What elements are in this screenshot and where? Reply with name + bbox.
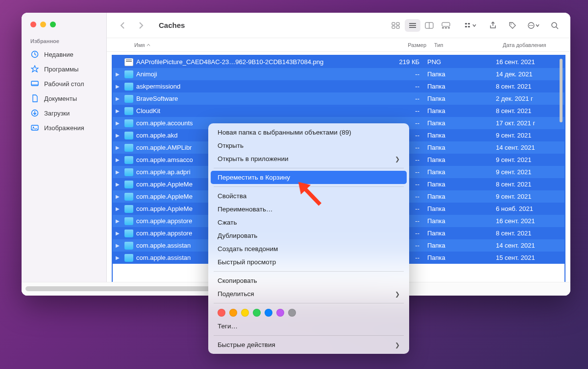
tag-color[interactable] [265,309,272,317]
search-button[interactable] [547,19,563,32]
svg-rect-17 [445,27,447,28]
tag-color[interactable] [288,309,296,317]
chevron-right-icon: ▶ [116,231,122,236]
menu-item[interactable]: Дублировать [211,229,407,242]
tags-button[interactable] [505,19,520,32]
file-name: askpermissiond [136,83,180,90]
file-date: 14 дек. 2021 [496,70,564,78]
file-type: Папка [427,168,496,176]
file-row[interactable]: AAProfilePicture_CAED48AC-23…962-9B10-2C… [113,56,564,68]
svg-rect-8 [392,26,395,28]
col-name[interactable]: Имя [107,42,376,48]
file-row[interactable]: ▶BraveSoftware -- Папка 2 дек. 2021 г [113,92,564,105]
file-date: 8 сент. 2021 [496,107,564,115]
forward-button[interactable] [133,19,149,32]
sidebar-item-desktop[interactable]: Рабочий стол [22,76,106,91]
sidebar-item-clock[interactable]: Недавние [22,47,106,62]
svg-rect-22 [468,26,470,27]
tag-color[interactable] [218,309,225,317]
share-button[interactable] [485,19,501,32]
menu-item[interactable]: Сжать [211,216,407,229]
vertical-scrollbar[interactable] [559,56,564,290]
sidebar-item-download[interactable]: Загрузки [22,106,106,120]
folder-icon [124,217,133,225]
download-icon [30,109,39,117]
folder-icon [124,156,133,164]
menu-item[interactable]: Скопировать [211,274,407,287]
menu-item[interactable]: Быстрые действия❯ [211,338,407,351]
svg-point-25 [529,25,530,26]
file-type: Папка [427,193,496,200]
menu-item-label: Создать псевдоним [218,245,278,253]
chevron-right-icon: ▶ [116,133,122,138]
folder-icon [124,83,133,91]
file-name: com.apple.amsacco [136,156,193,163]
view-list[interactable] [405,19,420,32]
menu-item[interactable]: Новая папка с выбранными объектами (89) [211,126,407,139]
file-type: Папка [427,217,496,225]
svg-point-26 [531,25,532,26]
sidebar-item-apps[interactable]: Программы [22,62,106,76]
file-date: 6 нояб. 2021 [496,205,564,212]
chevron-right-icon: ▶ [116,120,122,126]
tag-color[interactable] [241,309,249,317]
clock-icon [30,50,39,59]
menu-item[interactable]: Быстрый просмотр [211,255,407,269]
group-menu[interactable] [461,19,481,32]
chevron-right-icon: ❯ [395,342,400,348]
folder-icon [124,205,133,213]
folder-icon [124,132,133,139]
menu-item-label: Переместить в Корзину [218,174,290,181]
view-columns[interactable] [421,19,437,32]
file-type: Папка [427,83,496,90]
file-icon [124,58,133,66]
file-date: 9 сент. 2021 [496,168,564,176]
menu-item[interactable]: Открыть в приложении❯ [211,152,407,165]
chevron-right-icon: ❯ [395,291,400,298]
menu-item[interactable]: Создать псевдоним [211,242,407,255]
sidebar-item-label: Рабочий стол [44,80,84,88]
sidebar-item-image[interactable]: Изображения [22,120,106,135]
file-row[interactable]: ▶CloudKit -- Папка 8 сент. 2021 [113,105,564,117]
svg-rect-7 [396,23,399,25]
view-gallery[interactable] [438,19,454,32]
menu-item-label: Быстрый просмотр [218,258,276,266]
action-menu[interactable] [524,19,543,32]
view-icons[interactable] [388,19,404,32]
fullscreen-button[interactable] [50,22,56,27]
menu-item[interactable]: Переместить в Корзину [211,171,407,184]
file-row[interactable]: ▶askpermissiond -- Папка 8 сент. 2021 [113,80,564,92]
back-button[interactable] [115,19,130,32]
close-button[interactable] [30,22,36,27]
toolbar: Caches [107,13,570,38]
col-type[interactable]: Тип [430,42,499,48]
context-menu: Новая папка с выбранными объектами (89)О… [208,123,409,354]
col-date[interactable]: Дата добавления [499,42,570,48]
folder-icon [124,254,133,262]
svg-point-27 [532,25,533,26]
file-date: 2 дек. 2021 г [496,95,564,102]
file-row[interactable]: ▶Animoji -- Папка 14 дек. 2021 [113,68,564,80]
sidebar-item-doc[interactable]: Документы [22,91,106,106]
file-name: AAProfilePicture_CAED48AC-23…962-9B10-2C… [136,58,323,66]
menu-item[interactable]: Теги… [211,320,407,333]
col-size[interactable]: Размер [376,42,430,48]
file-date: 9 сент. 2021 [496,132,564,139]
chevron-right-icon: ▶ [116,255,122,260]
chevron-right-icon: ▶ [116,108,122,114]
sidebar-item-label: Программы [44,66,78,73]
tag-color[interactable] [253,309,261,317]
menu-item[interactable]: Переименовать… [211,203,407,216]
sidebar-item-label: Изображения [44,124,84,132]
menu-item[interactable]: Открыть [211,139,407,152]
menu-item[interactable]: Поделиться❯ [211,287,407,300]
tag-color[interactable] [229,309,237,317]
file-type: Папка [427,230,496,237]
file-name: CloudKit [136,107,160,115]
doc-icon [30,94,39,103]
tag-color[interactable] [276,309,284,317]
file-name: BraveSoftware [136,95,178,102]
desktop-icon [30,79,39,88]
file-size: -- [373,95,427,102]
minimize-button[interactable] [40,22,46,27]
